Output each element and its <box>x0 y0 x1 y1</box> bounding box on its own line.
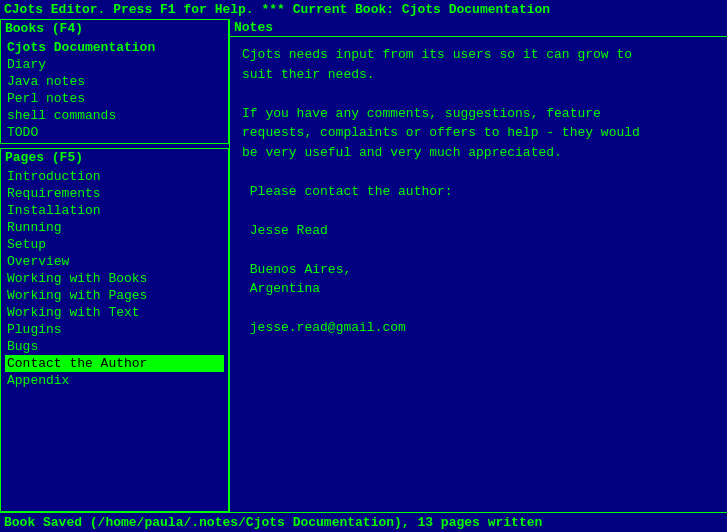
page-item[interactable]: Running <box>5 219 224 236</box>
notes-header: Notes <box>230 19 727 37</box>
page-item[interactable]: Working with Text <box>5 304 224 321</box>
page-item[interactable]: Introduction <box>5 168 224 185</box>
book-item[interactable]: Cjots Documentation <box>5 39 224 56</box>
page-item[interactable]: Plugins <box>5 321 224 338</box>
page-item[interactable]: Working with Pages <box>5 287 224 304</box>
page-item[interactable]: Bugs <box>5 338 224 355</box>
page-item[interactable]: Contact the Author <box>5 355 224 372</box>
books-header: Books (F4) <box>1 20 228 37</box>
books-section: Books (F4) Cjots DocumentationDiaryJava … <box>0 19 229 144</box>
pages-list: IntroductionRequirementsInstallationRunn… <box>1 166 228 511</box>
status-bar: Book Saved (/home/paula/.notes/Cjots Doc… <box>0 512 727 532</box>
title-bar: CJots Editor. Press F1 for Help. *** Cur… <box>0 0 727 19</box>
book-item[interactable]: shell commands <box>5 107 224 124</box>
notes-header-label: Notes <box>234 20 273 35</box>
pages-section: Pages (F5) IntroductionRequirementsInsta… <box>0 148 229 512</box>
pages-header-label: Pages (F5) <box>5 150 83 165</box>
book-item[interactable]: Perl notes <box>5 90 224 107</box>
status-text: Book Saved (/home/paula/.notes/Cjots Doc… <box>4 515 542 530</box>
page-item[interactable]: Installation <box>5 202 224 219</box>
page-item[interactable]: Setup <box>5 236 224 253</box>
notes-content: Cjots needs input from its users so it c… <box>230 37 727 512</box>
book-item[interactable]: Diary <box>5 56 224 73</box>
book-item[interactable]: TODO <box>5 124 224 141</box>
pages-header: Pages (F5) <box>1 149 228 166</box>
books-list: Cjots DocumentationDiaryJava notesPerl n… <box>1 37 228 143</box>
content-area: Notes Cjots needs input from its users s… <box>230 19 727 512</box>
books-header-label: Books (F4) <box>5 21 83 36</box>
sidebar: Books (F4) Cjots DocumentationDiaryJava … <box>0 19 230 512</box>
main-area: Books (F4) Cjots DocumentationDiaryJava … <box>0 19 727 512</box>
page-item[interactable]: Requirements <box>5 185 224 202</box>
book-item[interactable]: Java notes <box>5 73 224 90</box>
title-text: CJots Editor. Press F1 for Help. *** Cur… <box>4 2 550 17</box>
app: CJots Editor. Press F1 for Help. *** Cur… <box>0 0 727 532</box>
page-item[interactable]: Working with Books <box>5 270 224 287</box>
page-item[interactable]: Overview <box>5 253 224 270</box>
page-item[interactable]: Appendix <box>5 372 224 389</box>
